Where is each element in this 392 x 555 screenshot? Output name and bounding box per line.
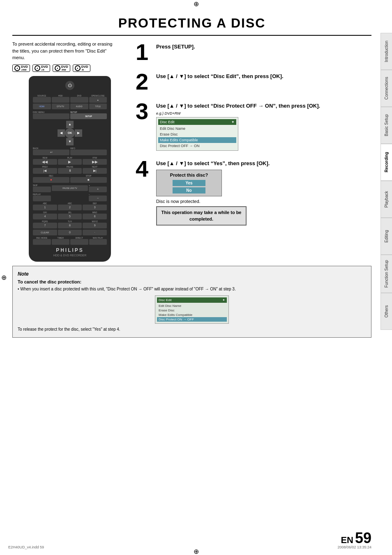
tab-editing[interactable]: Editing <box>380 218 392 255</box>
footer-left: E2H40UD_v4.indd 59 <box>8 545 44 549</box>
navi-play-label: NAVI PLAY <box>89 237 107 239</box>
note-menu-item-3: Make Edits Compatible <box>157 313 227 317</box>
tab-introduction[interactable]: Introduction <box>380 33 392 70</box>
vol-up-button[interactable]: + <box>89 187 107 192</box>
tab-function-setup[interactable]: Function Setup <box>380 255 392 293</box>
vol-down-button[interactable]: − <box>89 196 107 201</box>
prev-label: PREV <box>33 166 57 168</box>
pause-button[interactable]: ⏸ <box>58 168 82 174</box>
dpad-section: ▲ ▼ ◀ ▶ OK <box>33 121 107 145</box>
setup-button[interactable]: SETUP <box>70 113 107 119</box>
abc-label: ABC <box>33 202 57 205</box>
clear-button[interactable]: CLEAR <box>33 230 57 235</box>
yes-option[interactable]: Yes <box>173 180 205 186</box>
remote-control: ⏻ SOURCE HDD DVD <box>29 76 111 262</box>
dvd-button[interactable] <box>70 97 88 103</box>
note-footer: To release the protect for the disc, sel… <box>18 326 366 332</box>
step-2-content: Use [▲ / ▼] to select “Disc Edit”, then … <box>156 70 371 82</box>
timer-label: TIMER <box>52 237 70 239</box>
num3-button[interactable]: 3 <box>83 205 107 210</box>
rec-button[interactable]: ● <box>33 177 69 183</box>
page-number: 59 <box>355 530 371 547</box>
dvd-logos: ● DVD+RW ● DVD+R ● DVD-RW <box>12 64 127 72</box>
remote-brand: PHILIPS <box>33 247 107 253</box>
dpad-down[interactable]: ▼ <box>66 138 74 145</box>
hdd-button[interactable] <box>52 97 70 103</box>
disc-edit-menu-step3: Disc Edit ✦ Edit Disc Name Erase Disc Ma… <box>156 117 238 151</box>
back-button[interactable]: ↩ <box>33 150 69 155</box>
dvd-logo-plus-rw: ● DVD+RW <box>12 64 30 72</box>
replay-button[interactable] <box>33 196 51 201</box>
intro-text: To prevent accidental recording, editing… <box>12 41 119 61</box>
step-2: 2 Use [▲ / ▼] to select “Disc Edit”, the… <box>136 70 371 93</box>
open-close-label: OPEN/CLOSE <box>89 94 107 97</box>
num7-button[interactable]: 7 <box>33 223 57 228</box>
dpad-up[interactable]: ▲ <box>66 121 74 128</box>
dvd-symbol-3: ● <box>55 65 60 71</box>
title-button[interactable]: TITLE <box>89 104 107 109</box>
hdmi-button[interactable]: HDMI <box>33 104 51 109</box>
info-button[interactable] <box>70 150 107 155</box>
disc-menu-button[interactable] <box>33 113 69 119</box>
num4-button[interactable]: 4 <box>33 214 57 219</box>
num1-button[interactable]: 1 <box>33 205 57 210</box>
direct-button[interactable] <box>70 239 88 245</box>
spacer <box>52 195 88 200</box>
tab-playback[interactable]: Playback <box>380 181 392 218</box>
tab-recording[interactable]: Recording <box>380 144 392 181</box>
navi-play-button[interactable] <box>89 239 107 245</box>
ok-button[interactable]: OK <box>65 128 75 138</box>
stop-button[interactable]: ■ <box>70 177 107 183</box>
dpad: ▲ ▼ ◀ ▶ OK <box>58 121 82 145</box>
timer-button[interactable] <box>52 239 70 245</box>
note-section: Note To cancel the disc protection: • Wh… <box>12 266 371 338</box>
source-button[interactable] <box>33 97 51 103</box>
num6-button[interactable]: 6 <box>83 214 107 219</box>
dpad-left[interactable]: ◀ <box>58 129 65 137</box>
num2-button[interactable]: 2 <box>58 205 82 210</box>
power-button[interactable]: ⏻ <box>65 81 74 90</box>
tab-others[interactable]: Others <box>380 293 392 330</box>
num8-button[interactable]: 8 <box>58 223 82 228</box>
next-button[interactable]: ▶| <box>83 168 107 174</box>
no-option[interactable]: No <box>173 187 205 193</box>
dtv-tv-button[interactable]: DTV/TV <box>52 104 70 109</box>
side-tab-bar: Introduction Connections Basic Setup Rec… <box>380 33 392 330</box>
ffw-button[interactable]: ▶▶ <box>83 159 107 165</box>
dot-button[interactable]: · <box>83 230 107 235</box>
dpad-right[interactable]: ▶ <box>75 129 82 137</box>
menu-item-edit-disc-name[interactable]: Edit Disc Name <box>158 126 236 131</box>
num5-button[interactable]: 5 <box>58 214 82 219</box>
menu-item-disc-protect-on[interactable]: Disc Protect OFF → ON <box>158 143 236 149</box>
status-message: Disc is now protected. <box>156 199 371 204</box>
pause-label: PAUSE <box>58 166 82 168</box>
menu-item-erase-disc[interactable]: Erase Disc <box>158 131 236 137</box>
open-close-button[interactable]: ▲ <box>89 97 107 103</box>
left-column: To prevent accidental recording, editing… <box>12 41 127 262</box>
right-column: 1 Press [SETUP]. 2 Use [▲ / ▼] to select… <box>136 41 371 262</box>
notice-box: This operation may take a while to be co… <box>156 206 247 226</box>
num0-button[interactable]: 0 <box>58 230 82 235</box>
reg-mark-bottom: ⊕ <box>192 548 200 555</box>
audio-button[interactable]: AUDIO <box>70 104 88 109</box>
note-menu-item-1: Edit Disc Name <box>157 304 227 308</box>
pqrs-label: PQRS <box>33 220 57 223</box>
pause-lns-tv-button[interactable]: PAUSE LNS TV <box>52 185 88 191</box>
dvd-symbol-4: ● <box>75 65 81 71</box>
rew-button[interactable]: ◀◀ <box>33 159 57 165</box>
menu-title-step3: Disc Edit ✦ <box>158 119 236 125</box>
jkl-label: JKL <box>58 211 82 214</box>
menu-item-make-edits[interactable]: Make Edits Compatible <box>158 137 236 143</box>
num9-button[interactable]: 9 <box>83 223 107 228</box>
tab-connections[interactable]: Connections <box>380 70 392 107</box>
skip-label: SKIP <box>33 184 51 187</box>
tab-basic-setup[interactable]: Basic Setup <box>380 107 392 144</box>
rec-mode-button[interactable] <box>33 239 51 245</box>
mno-label: MNO <box>83 211 107 214</box>
skip-button[interactable] <box>33 187 51 192</box>
prev-button[interactable]: |◀ <box>33 168 57 174</box>
step-1: 1 Press [SETUP]. <box>136 41 371 64</box>
step-3-content: Use [▲ / ▼] to select “Disc Protect OFF … <box>156 100 371 151</box>
play-button[interactable]: ▶ <box>58 159 82 165</box>
abc2-label: ABC <box>58 202 82 205</box>
